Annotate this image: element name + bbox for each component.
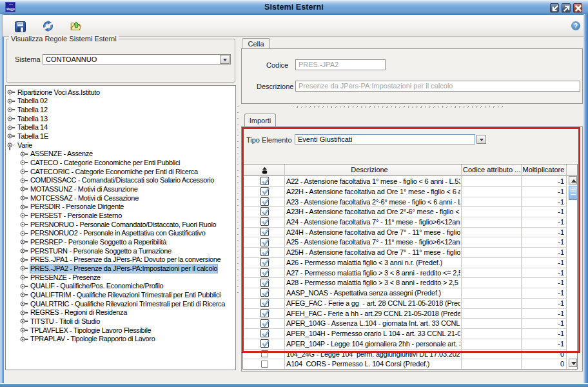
svg-text:?: ? [574, 23, 578, 30]
